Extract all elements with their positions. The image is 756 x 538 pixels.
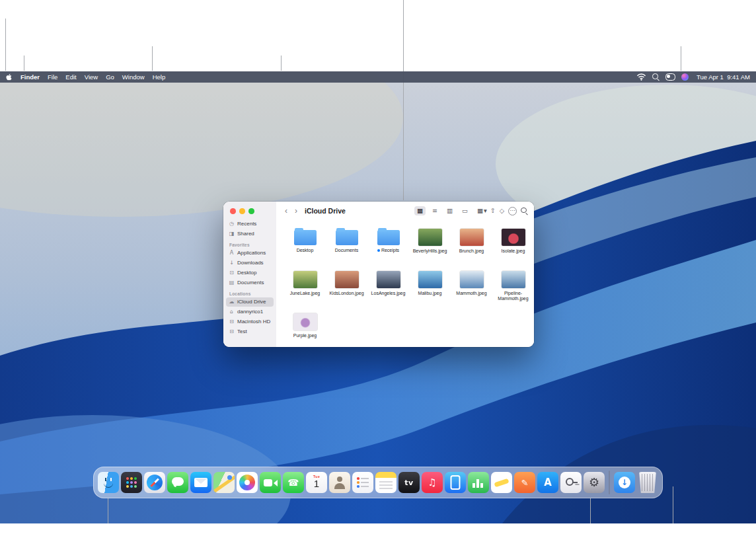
dock-icon-music[interactable]: ♫	[422, 472, 443, 493]
close-button[interactable]	[230, 208, 236, 214]
image-thumbnail	[377, 271, 400, 288]
finder-window: ◷ Recents ◨ Shared Favorites A Applicati…	[223, 202, 534, 347]
sidebar-item-documents[interactable]: ▤ Documents	[226, 278, 274, 288]
file-item[interactable]: JuneLake.jpeg	[284, 268, 326, 309]
file-item[interactable]: LosAngeles.jpeg	[367, 268, 409, 309]
dock-icon-pages[interactable]: ✎	[514, 472, 535, 493]
menu-finder[interactable]: Finder	[17, 71, 44, 83]
file-name: Pipeline-Mammoth.jpeg	[498, 291, 528, 301]
dock-icon-launchpad[interactable]	[121, 472, 142, 493]
minimize-button[interactable]	[239, 208, 245, 214]
dock-icon-numbers[interactable]	[468, 472, 489, 493]
file-name: Purple.jpeg	[293, 333, 317, 338]
share-button[interactable]: ⇧	[490, 208, 496, 214]
more-options-button[interactable]: ⋯	[508, 207, 517, 215]
dock: ☎ Tue 1 tv	[93, 467, 663, 498]
file-name: Malibu.jpeg	[418, 291, 442, 295]
callout-line-finder-menu	[24, 56, 24, 71]
toolbar-buttons: ▦ ≡ ▥ ▭ ▦ ▾ ⇧ ◇ ⋯	[414, 206, 528, 215]
file-item[interactable]: Desktop	[284, 225, 326, 266]
forward-button[interactable]: ›	[295, 207, 297, 215]
file-item[interactable]: Receipts	[367, 225, 409, 266]
app-menus: Finder File Edit View Go Window Help	[17, 71, 169, 83]
dock-icon-messages[interactable]	[167, 472, 188, 493]
dock-icon-app-store[interactable]: A	[537, 472, 558, 493]
spotlight-search-icon[interactable]	[652, 73, 660, 81]
dock-icon-apple-tv[interactable]: tv	[398, 472, 420, 493]
callout-line-apple-menu	[5, 19, 6, 71]
search-button[interactable]	[521, 208, 528, 215]
wifi-icon[interactable]	[636, 73, 646, 81]
sidebar-item-macintosh-hd[interactable]: ⊟ Macintosh HD	[226, 317, 274, 327]
dock-icon-photos[interactable]	[237, 472, 258, 493]
back-button[interactable]: ‹	[285, 207, 287, 215]
dock-icon-notes[interactable]	[375, 472, 397, 493]
sidebar-section-locations: Locations	[229, 291, 270, 296]
dock-icon-trash[interactable]	[637, 472, 658, 493]
menu-bar-clock[interactable]: Tue Apr 1 9:41 AM	[697, 73, 750, 81]
file-item[interactable]: Purple.jpeg	[284, 310, 326, 347]
file-item[interactable]: Isolate.jpeg	[492, 225, 534, 266]
callout-line-app-menus	[152, 46, 153, 71]
file-item[interactable]: Brunch.jpeg	[451, 225, 492, 266]
callout-line-menu-bar	[281, 56, 282, 71]
control-center-icon[interactable]	[665, 73, 675, 81]
menu-edit[interactable]: Edit	[61, 71, 80, 83]
file-name: Mammoth.jpeg	[456, 291, 486, 295]
file-browser-content: Desktop Documents Receipts BeverlyHills.…	[276, 220, 534, 347]
file-name: Documents	[335, 248, 358, 252]
image-thumbnail	[502, 271, 525, 288]
column-view-button[interactable]: ▥	[444, 206, 455, 215]
dock-icon-contacts[interactable]	[329, 472, 350, 493]
gallery-view-button[interactable]: ▭	[459, 206, 471, 215]
file-item[interactable]: Documents	[326, 225, 367, 266]
file-item[interactable]: Mammoth.jpeg	[451, 268, 492, 309]
dock-icon-calendar[interactable]: Tue 1	[306, 472, 327, 493]
apple-menu[interactable]	[0, 71, 17, 83]
dock-icon-reminders[interactable]	[352, 472, 373, 493]
menu-window[interactable]: Window	[118, 71, 149, 83]
dock-icon-downloads[interactable]: ↓	[614, 472, 635, 493]
dock-icon-mail[interactable]	[190, 472, 211, 493]
sidebar-item-recents[interactable]: ◷ Recents	[226, 219, 274, 229]
sidebar-item-home[interactable]: ⌂ dannyrico1	[226, 307, 274, 317]
group-by-button[interactable]: ▦ ▾	[477, 208, 486, 214]
desktop-icon: ⊡	[229, 270, 235, 276]
sidebar-item-applications[interactable]: A Applications	[226, 249, 274, 258]
menu-go[interactable]: Go	[102, 71, 118, 83]
dock-icon-maps[interactable]	[213, 472, 235, 493]
shared-folder-icon: ◨	[229, 231, 235, 237]
sidebar-item-test[interactable]: ⊟ Test	[226, 327, 274, 336]
sidebar-item-desktop[interactable]: ⊡ Desktop	[226, 268, 274, 278]
dock-icon-facetime[interactable]	[260, 472, 281, 493]
icloud-icon: ☁	[229, 299, 235, 305]
zoom-button[interactable]	[248, 208, 254, 214]
menu-file[interactable]: File	[44, 71, 61, 83]
sidebar-item-downloads[interactable]: ↓ Downloads	[226, 258, 274, 268]
hard-disk-icon: ⊟	[229, 319, 235, 325]
menu-help[interactable]: Help	[149, 71, 170, 83]
callout-line-trash	[673, 486, 673, 523]
file-name: Brunch.jpeg	[459, 249, 484, 253]
icon-view-button[interactable]: ▦	[414, 206, 426, 215]
list-view-button[interactable]: ≡	[430, 206, 440, 215]
sidebar-item-shared[interactable]: ◨ Shared	[226, 229, 274, 239]
dock-icon-passwords[interactable]	[560, 472, 582, 493]
tag-button[interactable]: ◇	[500, 208, 504, 214]
image-thumbnail	[293, 313, 317, 330]
dock-icon-system-settings[interactable]: ⚙	[584, 472, 605, 493]
dock-icon-finder[interactable]	[98, 472, 119, 493]
file-name: KidsLondon.jpeg	[329, 291, 363, 295]
dock-icon-phone[interactable]: ☎	[283, 472, 304, 493]
file-item[interactable]: Pipeline-Mammoth.jpeg	[492, 268, 534, 309]
file-item[interactable]: BeverlyHills.jpeg	[409, 225, 451, 266]
dock-icon-iphone-mirroring[interactable]	[445, 472, 466, 493]
menu-view[interactable]: View	[81, 71, 102, 83]
file-item[interactable]: KidsLondon.jpeg	[326, 268, 367, 309]
dock-icon-freeform[interactable]	[491, 472, 512, 493]
sidebar-item-icloud-drive[interactable]: ☁ iCloud Drive	[226, 297, 274, 307]
file-item[interactable]: Malibu.jpeg	[409, 268, 451, 309]
folder-icon	[377, 230, 400, 245]
dock-icon-safari[interactable]	[144, 472, 165, 493]
siri-icon[interactable]	[681, 73, 689, 81]
